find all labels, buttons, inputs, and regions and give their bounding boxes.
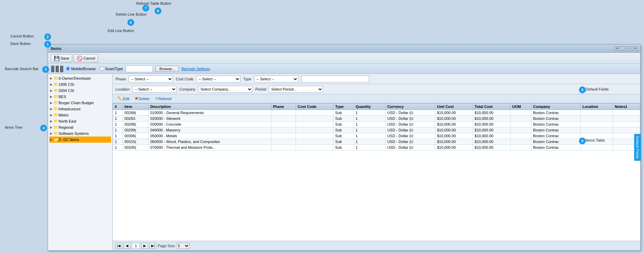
table-row[interactable]: 100299(040000 - MasonrySub1USD - Dollar … (113, 127, 640, 133)
radio-mobile-input[interactable] (66, 66, 70, 71)
folder-icon: 📁 (53, 137, 59, 142)
cost-code-select[interactable]: -- Select -- (196, 76, 240, 82)
period-select[interactable]: Select Period... (269, 86, 323, 93)
default-fields-label[interactable]: Default Fields (634, 134, 641, 161)
table-cell: 040000 - Masonry (148, 127, 271, 133)
tree-item[interactable]: ▶ 📁 Metric (49, 112, 111, 118)
radio-group: Mobile/Browse Scan/Type (66, 66, 123, 71)
table-row[interactable]: 100288(030000 - ConcreteSub1USD - Dollar… (113, 122, 640, 127)
type-select[interactable]: -- Select -- (254, 76, 298, 82)
table-cell: 1 (113, 116, 123, 122)
table-row[interactable]: 100283-020000 - SiteworkSub1USD - Dollar… (113, 116, 640, 122)
maximize-button[interactable]: □ (627, 46, 631, 51)
table-cell: 1 (113, 127, 123, 133)
location-select[interactable]: -- Select -- (132, 86, 177, 93)
table-row[interactable]: 100306(050000 - MetalsSub1USD - Dollar (… (113, 133, 640, 139)
annotation-5: 5 (579, 86, 586, 93)
browse-button[interactable]: Browse... (156, 66, 179, 72)
table-cell: Boston Contrac (531, 127, 581, 133)
prev-page-button[interactable]: ◀ (124, 243, 130, 249)
table-cell: 010000 - General Requirements (148, 110, 271, 116)
window-controls: ↺ _ □ ✕ (614, 46, 638, 51)
tree-item[interactable]: ▶ 📁 North East (49, 118, 111, 124)
table-row[interactable]: 100330(070000 - Thermal and Moisture Pro… (113, 145, 640, 150)
table-row[interactable]: 100268(010000 - General RequirementsSub1… (113, 110, 640, 116)
scan-input[interactable] (126, 65, 153, 72)
tree-item[interactable]: ▶ 📁 Regional (49, 124, 111, 130)
company-select[interactable]: Select Company... (198, 86, 253, 93)
table-row[interactable]: 100315(060000 - Wood, Plastics, and Comp… (113, 139, 640, 145)
table-cell (510, 122, 531, 127)
table-cell (296, 145, 333, 150)
tree-item[interactable]: ▶ 📁 Software Systems (49, 130, 111, 137)
pagination-bar: |◀ ◀ 1 ▶ ▶| Page Size 5102550 (113, 241, 640, 250)
minimize-button[interactable]: _ (621, 46, 625, 51)
folder-icon: 📁 (53, 113, 59, 117)
expand-icon: ▶ (50, 89, 53, 92)
first-page-button[interactable]: |◀ (115, 243, 122, 249)
table-cell (271, 127, 296, 133)
save-icon: 💾 (54, 55, 60, 61)
annotation-3: 3 (42, 66, 49, 73)
tree-item[interactable]: ▶ 📁 Burger Chain Budget (49, 100, 111, 106)
table-cell: $10,000.00 (473, 133, 510, 139)
table-cell (581, 133, 613, 139)
table-cell (510, 110, 531, 116)
tree-item[interactable]: ▶ 📁 0-Owner/Developer (49, 75, 111, 81)
table-cell: $10,000.00 (473, 139, 510, 145)
table-cell: 00288( (123, 122, 148, 127)
delete-line-button[interactable]: ✖ Delete (133, 96, 152, 101)
period-label: Period (255, 87, 266, 91)
annotation-label-6: Edit Line Button (108, 29, 134, 33)
tree-item-label: Burger Chain Budget (59, 101, 94, 105)
cancel-button[interactable]: 🚫 Cancel (74, 54, 98, 62)
phase-label: Phase (115, 77, 126, 81)
refresh-table-button[interactable]: ↺ Refresh (153, 96, 174, 101)
barcode-settings-link[interactable]: Barcode Settings (182, 67, 210, 71)
expand-icon: ▶ (50, 138, 53, 141)
annotation-label-3: Barcode Search Bar (5, 67, 38, 71)
save-button[interactable]: 💾 Save (51, 54, 72, 62)
type-text-input[interactable] (301, 76, 369, 82)
barcode-search-bar: ||| ||| ||| Mobile/Browse Scan/Type Brow… (48, 64, 640, 74)
table-cell: $10,000.00 (435, 122, 473, 127)
refresh-window-icon[interactable]: ↺ (614, 46, 619, 51)
tree-item[interactable]: ▶ 📁 1995 CSI (49, 81, 111, 88)
radio-mobile-browse[interactable]: Mobile/Browse (66, 66, 96, 71)
folder-icon: 📁 (53, 76, 59, 81)
radio-scan-type[interactable]: Scan/Type (100, 66, 123, 71)
delete-icon: ✖ (135, 96, 138, 101)
tree-item[interactable]: ▶ 📁 Z- GC Items (49, 137, 111, 143)
page-size-label: Page Size (158, 244, 175, 248)
close-button[interactable]: ✕ (633, 46, 638, 51)
annotation-label-1: Save Button (10, 42, 31, 46)
last-page-button[interactable]: ▶| (150, 243, 156, 249)
edit-line-button[interactable]: ✏️ Edit (115, 96, 131, 101)
column-header: Notes1 (613, 104, 640, 110)
radio-scan-input[interactable] (100, 66, 104, 71)
tree-item-label: 0-Owner/Developer (59, 76, 91, 80)
table-cell: 00330( (123, 145, 148, 150)
table-cell: Boston Contrac (531, 110, 581, 116)
tree-item[interactable]: ▶ 📁 Infrastructure (49, 106, 111, 112)
next-page-button[interactable]: ▶ (141, 243, 148, 249)
tree-item[interactable]: ▶ 📁 2004 CSI (49, 88, 111, 94)
radio-scan-label: Scan/Type (105, 67, 123, 71)
refresh-label: Refresh (159, 97, 172, 101)
table-cell (271, 139, 296, 145)
phase-select[interactable]: -- Select -- (129, 76, 173, 82)
table-cell (581, 145, 613, 150)
page-size-select[interactable]: 5102550 (176, 243, 190, 249)
table-cell: 1 (113, 122, 123, 127)
table-cell: $10,000.00 (473, 145, 510, 150)
default-fields-panel[interactable]: Default Fields (634, 134, 641, 161)
table-cell: Sub (333, 116, 354, 122)
table-cell (510, 133, 531, 139)
tree-item-label: North East (59, 119, 76, 123)
table-cell: $10,000.00 (473, 122, 510, 127)
tree-item[interactable]: ▶ 📁 BES (49, 94, 111, 100)
items-tree: ▶ 📁 0-Owner/Developer ▶ 📁 1995 CSI ▶ 📁 2… (48, 74, 113, 250)
folder-icon: 📁 (53, 94, 59, 99)
table-cell: USD - Dollar (U (386, 145, 435, 150)
tree-item-label: 1995 CSI (59, 82, 74, 86)
